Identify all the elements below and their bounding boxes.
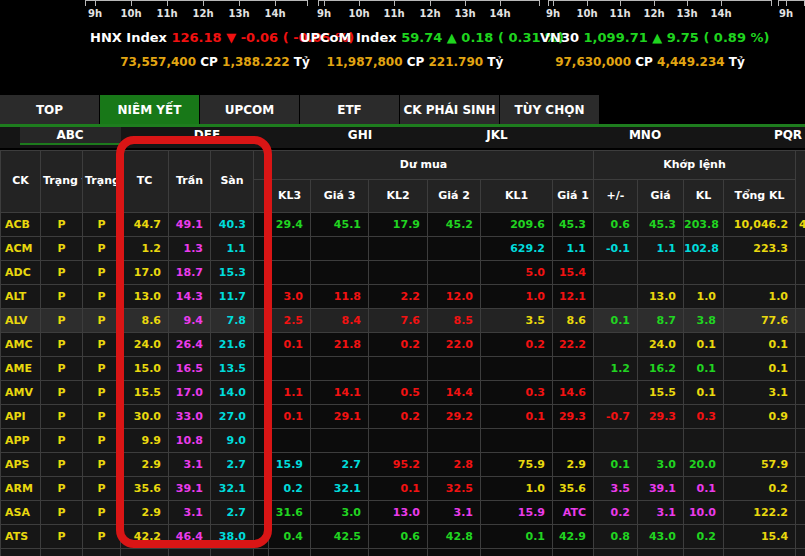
chg-cell: 0.2 <box>594 501 638 525</box>
spacer-cell <box>254 285 269 309</box>
chg-cell <box>594 261 638 285</box>
tongkl-cell: 122.2 <box>724 501 796 525</box>
kl1-cell: 1.0 <box>481 477 553 501</box>
subtab-pqr[interactable]: PQR <box>774 128 802 142</box>
col-header-overflow <box>796 151 805 213</box>
kl2-cell: 0.1 <box>369 477 428 501</box>
price-table-wrap: CK Trạng thái GD Trạng thái THQ TC Trần … <box>0 150 805 556</box>
gia-cell <box>638 261 684 285</box>
time-axis-label: 10h <box>348 8 369 19</box>
table-row-amc[interactable]: AMCPP24.026.421.60.121.80.222.00.222.224… <box>1 333 805 357</box>
axis-tick <box>85 1 86 6</box>
gia-cell: 29.3 <box>638 405 684 429</box>
status-gd-cell: P <box>41 333 83 357</box>
table-row-partial <box>1 549 805 556</box>
tongkl-cell: 77.6 <box>724 309 796 333</box>
chg-cell: -0.1 <box>594 237 638 261</box>
axis-tick <box>539 1 540 6</box>
empty-cell <box>1 549 41 556</box>
turnover-value: 1,388.222 <box>222 55 290 69</box>
time-axis-label: 12h <box>419 8 440 19</box>
subtab-def[interactable]: DEF <box>194 128 220 142</box>
spacer-cell <box>254 477 269 501</box>
kl2-cell <box>369 261 428 285</box>
status-gd-cell: P <box>41 477 83 501</box>
axis-tick <box>324 1 325 6</box>
overflow-cell <box>796 429 805 453</box>
tab-upcom[interactable]: UPCOM <box>200 95 299 124</box>
subtab-ghi[interactable]: GHI <box>348 128 372 142</box>
table-row-api[interactable]: APIPP30.033.027.00.129.10.229.20.129.3-0… <box>1 405 805 429</box>
chg-cell <box>594 429 638 453</box>
time-axis-label: 12h <box>643 8 664 19</box>
gia2-cell: 12.0 <box>428 285 481 309</box>
tab-top[interactable]: TOP <box>0 95 99 124</box>
table-row-ame[interactable]: AMEPP15.016.513.51.216.20.10.1 <box>1 357 805 381</box>
kl1-cell: 75.9 <box>481 453 553 477</box>
gia-cell <box>638 429 684 453</box>
table-row-acm[interactable]: ACMPP1.21.31.1629.21.1-0.11.1102.8223.3 <box>1 237 805 261</box>
kl-cell: 0.1 <box>684 333 724 357</box>
tab-tùy-chọn[interactable]: TÙY CHỌN <box>500 95 599 124</box>
axis-tick <box>239 1 240 6</box>
time-axis-label: 10h <box>120 8 141 19</box>
kl3-cell: 1.1 <box>269 381 311 405</box>
san-cell: 32.1 <box>211 477 254 501</box>
tab-niêm-yết[interactable]: NIÊM YẾT <box>100 95 199 124</box>
kl2-cell: 0.2 <box>369 405 428 429</box>
table-row-asa[interactable]: ASAPP2.93.12.731.63.013.03.115.9ATC0.23.… <box>1 501 805 525</box>
axis-tick <box>500 1 501 6</box>
index-change: 9.75 ( 0.89 %) <box>667 30 770 45</box>
stock-code-cell: ASA <box>1 501 41 525</box>
subtab-mno[interactable]: MNO <box>629 128 661 142</box>
tran-cell: 16.5 <box>169 357 211 381</box>
tc-cell: 30.0 <box>121 405 169 429</box>
table-row-ats[interactable]: ATSPP42.246.438.00.442.50.642.80.142.90.… <box>1 525 805 549</box>
axis-tick <box>771 1 772 6</box>
empty-cell <box>638 549 684 556</box>
axis-tick <box>203 1 204 6</box>
kl2-cell <box>369 357 428 381</box>
kl3-cell: 2.5 <box>269 309 311 333</box>
tab-ck-phái-sinh[interactable]: CK PHÁI SINH <box>400 95 499 124</box>
table-row-amv[interactable]: AMVPP15.517.014.01.114.10.514.40.314.615… <box>1 381 805 405</box>
gia1-cell <box>553 357 594 381</box>
gia-cell: 8.7 <box>638 309 684 333</box>
upcom-volume-summary: 11,987,800 CP 221.790 Tỷ <box>300 55 530 70</box>
kl3-cell: 0.1 <box>269 405 311 429</box>
tc-cell: 13.0 <box>121 285 169 309</box>
stock-code-cell: AMV <box>1 381 41 405</box>
index-name: VN30 <box>540 30 579 45</box>
axis-tick <box>465 1 466 6</box>
table-row-arm[interactable]: ARMPP35.639.132.10.232.10.132.51.035.63.… <box>1 477 805 501</box>
table-row-app[interactable]: APPPP9.910.89.0 <box>1 429 805 453</box>
col-header-gia1: Giá 1 <box>553 180 594 213</box>
col-header-gia3: Giá 3 <box>311 180 369 213</box>
status-gd-cell: P <box>41 429 83 453</box>
group-header-du-mua: Dư mua <box>254 151 594 180</box>
kl3-cell <box>269 261 311 285</box>
empty-cell <box>428 549 481 556</box>
status-thq-cell: P <box>83 309 121 333</box>
table-row-adc[interactable]: ADCPP17.018.715.35.015.4 <box>1 261 805 285</box>
table-row-aps[interactable]: APSPP2.93.12.715.92.795.22.875.92.90.13.… <box>1 453 805 477</box>
volume-value: 97,630,000 <box>555 55 631 69</box>
tongkl-cell: 1.0 <box>724 285 796 309</box>
tc-cell: 15.5 <box>121 381 169 405</box>
alphabet-subtab-bar: ABCDEFGHIJKLMNOPQR <box>0 127 805 148</box>
subtab-abc[interactable]: ABC <box>56 128 83 142</box>
status-gd-cell: P <box>41 285 83 309</box>
tc-cell: 2.9 <box>121 453 169 477</box>
time-axis-label: 12h <box>192 8 213 19</box>
subtab-jkl[interactable]: JKL <box>486 128 507 142</box>
table-row-alt[interactable]: ALTPP13.014.311.73.011.82.212.01.012.113… <box>1 285 805 309</box>
kl1-cell: 0.2 <box>481 333 553 357</box>
empty-cell <box>553 549 594 556</box>
table-row-alv[interactable]: ALVPP8.69.47.82.58.47.68.53.58.60.18.73.… <box>1 309 805 333</box>
tc-cell: 35.6 <box>121 477 169 501</box>
tab-etf[interactable]: ETF <box>300 95 399 124</box>
turnover-value: 221.790 <box>429 55 484 69</box>
gia2-cell: 32.5 <box>428 477 481 501</box>
stock-code-cell: APP <box>1 429 41 453</box>
table-row-acb[interactable]: ACBPP44.749.140.329.445.117.945.2209.645… <box>1 213 805 237</box>
